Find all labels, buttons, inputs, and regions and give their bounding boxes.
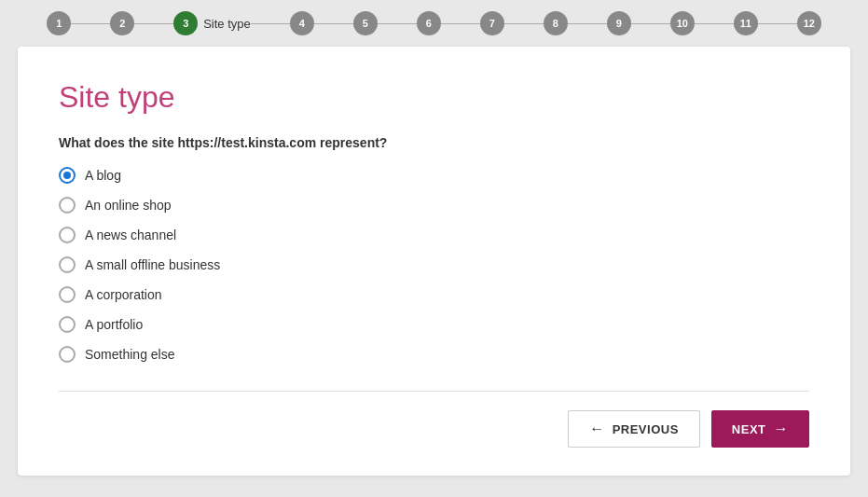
option-corporation-label: A corporation (85, 287, 162, 302)
step-circle-11: 11 (734, 11, 758, 35)
option-portfolio-label: A portfolio (85, 317, 143, 332)
step-10[interactable]: 10 (670, 11, 695, 35)
radio-online-shop[interactable] (59, 197, 76, 214)
radio-something-else[interactable] (59, 346, 76, 363)
option-something-else-label: Something else (85, 347, 175, 362)
step-line-10-11 (695, 23, 734, 24)
right-arrow-icon: → (774, 421, 790, 437)
radio-news-channel[interactable] (59, 227, 76, 243)
radio-corporation[interactable] (59, 286, 76, 303)
step-circle-2: 2 (110, 11, 134, 35)
step-4[interactable]: 4 (290, 11, 314, 35)
radio-portfolio[interactable] (59, 316, 76, 333)
step-line-6-7 (441, 23, 480, 24)
option-portfolio[interactable]: A portfolio (59, 316, 809, 333)
step-3[interactable]: 3 Site type (173, 11, 251, 35)
option-news-channel-label: A news channel (85, 228, 176, 242)
option-online-shop[interactable]: An online shop (59, 197, 809, 214)
footer-buttons: ← PREVIOUS NEXT → (59, 410, 809, 448)
option-online-shop-label: An online shop (85, 198, 172, 213)
question-text: What does the site https://test.kinsta.c… (59, 135, 809, 150)
option-offline-business[interactable]: A small offline business (59, 256, 809, 273)
options-list: A blog An online shop A news channel A s… (59, 167, 809, 363)
step-11[interactable]: 11 (734, 11, 758, 35)
step-line-4-5 (314, 23, 353, 24)
left-arrow-icon: ← (589, 421, 605, 437)
step-circle-1: 1 (47, 11, 71, 35)
step-circle-7: 7 (480, 11, 504, 35)
option-offline-business-label: A small offline business (85, 257, 220, 272)
next-button-label: NEXT (732, 422, 766, 436)
step-2[interactable]: 2 (110, 11, 134, 35)
page-title: Site type (59, 80, 809, 115)
option-news-channel[interactable]: A news channel (59, 227, 809, 243)
option-blog[interactable]: A blog (59, 167, 809, 184)
step-circle-12: 12 (797, 11, 821, 35)
step-circle-8: 8 (544, 11, 568, 35)
step-7[interactable]: 7 (480, 11, 504, 35)
page-container: 1 2 3 Site type 4 5 6 7 8 (0, 0, 868, 497)
radio-offline-business[interactable] (59, 256, 76, 273)
option-something-else[interactable]: Something else (59, 346, 809, 363)
step-line-2-3 (134, 23, 173, 24)
step-circle-3: 3 (173, 11, 198, 35)
option-corporation[interactable]: A corporation (59, 286, 809, 303)
previous-button-label: PREVIOUS (613, 422, 679, 436)
step-line-11-12 (758, 23, 797, 24)
step-9[interactable]: 9 (607, 11, 631, 35)
step-line-3-4 (251, 23, 290, 24)
step-line-9-10 (631, 23, 670, 24)
stepper: 1 2 3 Site type 4 5 6 7 8 (0, 0, 868, 47)
step-5[interactable]: 5 (353, 11, 378, 35)
step-circle-6: 6 (417, 11, 441, 35)
option-blog-label: A blog (85, 168, 121, 183)
step-3-label: Site type (203, 17, 251, 31)
step-circle-9: 9 (607, 11, 631, 35)
step-circle-10: 10 (670, 11, 695, 35)
step-1[interactable]: 1 (47, 11, 71, 35)
step-circle-4: 4 (290, 11, 314, 35)
step-8[interactable]: 8 (544, 11, 568, 35)
divider (59, 391, 809, 392)
step-6[interactable]: 6 (417, 11, 441, 35)
radio-blog[interactable] (59, 167, 76, 184)
next-button[interactable]: NEXT → (711, 410, 809, 448)
previous-button[interactable]: ← PREVIOUS (568, 410, 700, 448)
step-line-8-9 (568, 23, 607, 24)
main-card: Site type What does the site https://tes… (18, 47, 850, 476)
step-line-1-2 (71, 23, 110, 24)
step-line-5-6 (378, 23, 417, 24)
step-circle-5: 5 (353, 11, 378, 35)
step-12[interactable]: 12 (797, 11, 821, 35)
step-line-7-8 (504, 23, 544, 24)
